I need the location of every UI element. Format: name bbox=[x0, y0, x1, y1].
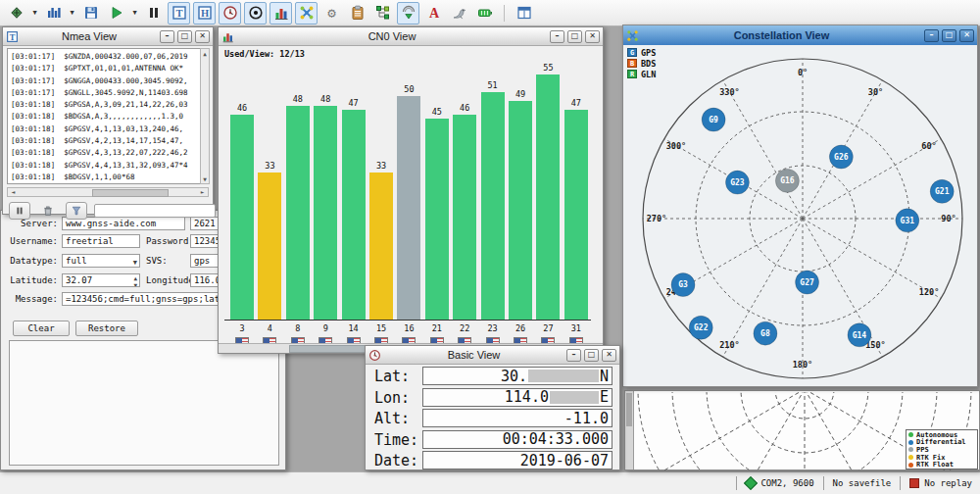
constellation-minimize-button[interactable] bbox=[924, 29, 939, 42]
bar-value-label: 46 bbox=[449, 103, 480, 113]
antenna-button[interactable] bbox=[397, 2, 419, 25]
username-input[interactable]: freetrial bbox=[62, 234, 140, 248]
constellation-titlebar[interactable]: Constellation View bbox=[623, 25, 977, 46]
restore-button[interactable]: Restore bbox=[75, 321, 138, 336]
pause-button[interactable] bbox=[142, 2, 165, 25]
cn0-bar bbox=[481, 92, 505, 320]
basic-maximize-button[interactable] bbox=[584, 349, 599, 362]
clear-button[interactable]: Clear bbox=[13, 321, 70, 336]
svg-text:T: T bbox=[10, 31, 16, 41]
value-text: 114.0 bbox=[505, 388, 549, 406]
scroll-right-icon[interactable]: ► bbox=[198, 188, 207, 196]
azimuth-label: 120° bbox=[919, 287, 939, 297]
clear-log-button[interactable] bbox=[37, 202, 59, 220]
text-view-button[interactable]: T bbox=[168, 2, 190, 25]
azimuth-label: 30° bbox=[868, 87, 883, 97]
scrollbar-thumb[interactable] bbox=[92, 189, 169, 197]
system-label: GPS bbox=[641, 48, 656, 58]
play-button[interactable] bbox=[105, 2, 127, 25]
scatter-icon bbox=[248, 5, 264, 21]
nmea-log[interactable]: [03:01:17] $GNZDA,000432.000,07,06,2019[… bbox=[7, 48, 201, 184]
bar-value-label: 47 bbox=[338, 98, 369, 108]
cn0-button[interactable] bbox=[270, 2, 292, 25]
svg-text:T: T bbox=[175, 8, 182, 19]
stream-button[interactable] bbox=[5, 2, 27, 25]
constellation-maximize-button[interactable] bbox=[942, 29, 956, 42]
cn0-titlebar[interactable]: CN0 View bbox=[219, 27, 603, 46]
scroll-down-icon[interactable]: ▼ bbox=[201, 174, 209, 183]
constellation-icon bbox=[299, 5, 315, 21]
nmea-horizontal-scrollbar[interactable]: ◄ ► bbox=[7, 187, 209, 197]
filter-button[interactable] bbox=[66, 202, 87, 220]
satellite-label-G3: G3 bbox=[678, 280, 688, 289]
field-value: -11.0 bbox=[422, 409, 612, 427]
layout-button[interactable] bbox=[513, 2, 535, 25]
dropdown-arrow-icon[interactable]: ▼ bbox=[130, 9, 139, 17]
basic-minimize-button[interactable] bbox=[566, 349, 581, 362]
nmea-minimize-button[interactable] bbox=[160, 30, 174, 43]
latitude-spinner[interactable]: 32.07 ▲▼ bbox=[62, 273, 140, 287]
log-textarea[interactable] bbox=[9, 340, 279, 466]
value-text: 2019-06-07 bbox=[520, 452, 609, 469]
position-row: Lat:30.N bbox=[366, 367, 619, 386]
connection-icon bbox=[744, 476, 758, 490]
field-label: Lon: bbox=[374, 389, 410, 407]
cn0-close-button[interactable] bbox=[585, 30, 600, 43]
pause-icon bbox=[146, 5, 162, 21]
spinner-arrows-icon[interactable]: ▲▼ bbox=[133, 274, 137, 287]
basic-titlebar[interactable]: Basic View bbox=[366, 346, 619, 365]
azimuth-label: 210° bbox=[719, 340, 739, 350]
scroll-up-icon[interactable]: ▲ bbox=[201, 49, 209, 58]
azimuth-label: 330° bbox=[719, 87, 739, 97]
system-key-icon: B bbox=[627, 59, 637, 68]
battery-icon bbox=[477, 5, 493, 21]
stream-icon bbox=[9, 5, 24, 21]
basic-close-button[interactable] bbox=[602, 349, 616, 362]
bar-value-label: 47 bbox=[561, 98, 592, 108]
cn0-maximize-button[interactable] bbox=[567, 30, 582, 43]
constellation-legend: GGPSBBDSRGLN bbox=[627, 47, 656, 79]
datatype-dropdown[interactable]: full ▼ bbox=[62, 254, 140, 268]
savefile-status: No savefile bbox=[833, 478, 892, 488]
constellation-close-button[interactable] bbox=[959, 29, 974, 42]
status-separator bbox=[736, 476, 737, 490]
nmea-vertical-scrollbar[interactable]: ▲ ▼ bbox=[200, 48, 210, 184]
pause-log-button[interactable] bbox=[9, 202, 30, 220]
dropdown-arrow-icon[interactable]: ▼ bbox=[68, 9, 76, 17]
map-vertical-scrollbar[interactable] bbox=[625, 391, 634, 469]
bar-value-label: 48 bbox=[282, 94, 314, 104]
clock-button[interactable] bbox=[219, 2, 241, 25]
nmea-titlebar[interactable]: T Nmea View bbox=[3, 27, 213, 46]
scroll-left-icon[interactable]: ◄ bbox=[9, 188, 18, 196]
save-button[interactable] bbox=[79, 2, 102, 25]
bar-value-label: 51 bbox=[477, 80, 509, 90]
position-row: Alt:-11.0 bbox=[366, 409, 619, 428]
satellite-label-G23: G23 bbox=[730, 178, 745, 187]
dropdown-arrow-icon[interactable]: ▼ bbox=[30, 9, 39, 17]
topology-button[interactable] bbox=[371, 2, 394, 25]
nmea-line: [03:01:18] $GPGSV,4,2,13,14,17,154,47, bbox=[11, 135, 200, 147]
window-title: Constellation View bbox=[642, 29, 921, 41]
scatter-button[interactable] bbox=[244, 2, 267, 25]
signal-button[interactable] bbox=[42, 2, 65, 25]
cn0-bar bbox=[258, 173, 281, 320]
nmea-close-button[interactable] bbox=[195, 30, 210, 43]
text-view-icon: T bbox=[6, 30, 19, 43]
nmea-maximize-button[interactable] bbox=[177, 30, 192, 43]
constellation-button[interactable] bbox=[295, 2, 318, 25]
redaction-box bbox=[550, 391, 599, 404]
svg-text:A: A bbox=[428, 6, 439, 21]
legend-dot-icon bbox=[908, 432, 913, 437]
hex-view-button[interactable]: H bbox=[193, 2, 216, 25]
cn0-minimize-button[interactable] bbox=[550, 30, 564, 43]
bird-button[interactable] bbox=[448, 2, 470, 25]
font-button[interactable]: A bbox=[422, 2, 445, 25]
nmea-line: [03:01:18] $BDGSV,1,1,00*68 bbox=[11, 172, 200, 183]
satellite-label-G14: G14 bbox=[853, 331, 867, 340]
scrollbar-thumb[interactable] bbox=[626, 393, 632, 426]
clipboard-button[interactable] bbox=[346, 2, 368, 25]
battery-button[interactable] bbox=[473, 2, 496, 25]
nmea-filter-input[interactable] bbox=[94, 204, 216, 218]
nmea-line: [03:01:17] $GNGGA,000433.000,3045.9092, bbox=[11, 75, 200, 87]
gear-button[interactable]: ⚙ bbox=[320, 2, 343, 25]
